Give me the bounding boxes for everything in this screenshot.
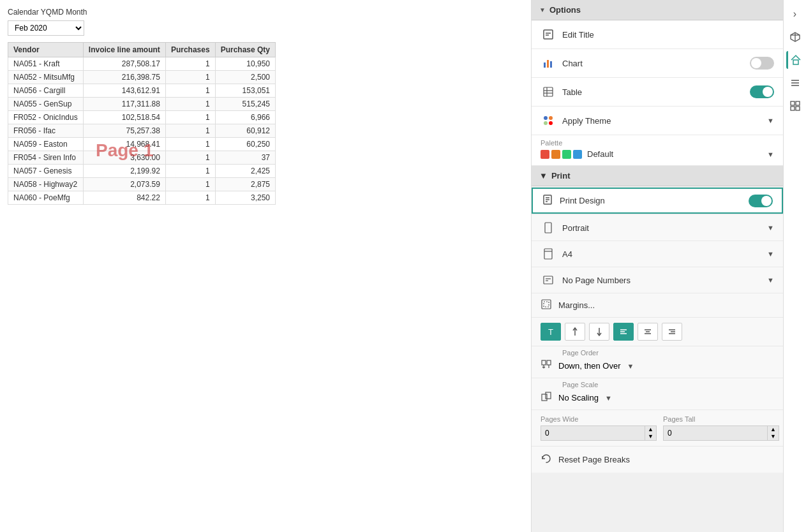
chevron-right-icon[interactable]: › [786, 5, 804, 23]
tool-btn-align-top[interactable] [565, 323, 585, 341]
svg-point-13 [549, 121, 553, 125]
print-design-item[interactable]: Print Design [532, 188, 783, 214]
table-cell: FR056 - Ifac [8, 124, 84, 138]
table-cell: NA052 - MitsuMfg [8, 71, 84, 84]
margins-item[interactable]: Margins... [532, 293, 783, 318]
table-row: NA052 - MitsuMfg216,398.7512,500 [8, 71, 276, 84]
color-swatch-green [562, 150, 571, 159]
page-scale-row[interactable]: No Scaling ▼ [541, 391, 774, 404]
svg-point-12 [544, 121, 548, 125]
table-cell: 37 [215, 151, 275, 165]
table-cell: 75,257.38 [83, 124, 165, 138]
svg-rect-25 [544, 302, 549, 307]
print-header: ▼ Print [532, 166, 783, 186]
col-invoice: Invoice line amount [83, 43, 165, 57]
svg-rect-42 [546, 392, 551, 399]
chart-icon [541, 55, 556, 71]
options-title: Options [549, 5, 581, 15]
page-order-icon [541, 359, 552, 373]
svg-rect-38 [547, 360, 551, 365]
table-cell: NA060 - PoeMfg [8, 191, 84, 205]
svg-point-11 [549, 116, 553, 120]
svg-rect-37 [542, 360, 546, 365]
edit-title-icon [541, 27, 556, 42]
reset-page-breaks-item[interactable]: Reset Page Breaks [532, 447, 783, 473]
chart-toggle[interactable] [750, 57, 774, 70]
svg-rect-6 [544, 87, 553, 96]
table-cell: 216,398.75 [83, 71, 165, 84]
pages-wide-input[interactable] [541, 426, 645, 440]
tool-btn-align-bottom[interactable] [589, 323, 609, 341]
palette-value-label: Default [587, 149, 762, 159]
tool-btn-align-left[interactable] [613, 323, 634, 341]
data-table: Vendor Invoice line amount Purchases Pur… [8, 42, 276, 205]
page-order-row[interactable]: Down, then Over ▼ [541, 359, 774, 373]
table-cell: 10,950 [215, 57, 275, 71]
edit-title-item[interactable]: Edit Title [532, 20, 783, 49]
table-cell: 153,051 [215, 84, 275, 98]
page-scale-section: Page Scale No Scaling ▼ [532, 378, 783, 410]
print-title: Print [551, 171, 571, 181]
palette-row[interactable]: Default ▼ [541, 149, 774, 159]
pages-tall-input[interactable] [664, 426, 767, 440]
no-page-numbers-icon [541, 272, 556, 288]
cube-icon[interactable] [786, 28, 804, 46]
col-vendor: Vendor [8, 43, 84, 57]
list-icon[interactable] [786, 74, 804, 92]
print-design-icon [542, 194, 553, 207]
table-cell: 2,073.59 [83, 178, 165, 191]
table-cell: NA059 - Easton [8, 138, 84, 151]
a4-icon [541, 246, 556, 262]
table-row: NA060 - PoeMfg842.2213,250 [8, 191, 276, 205]
portrait-item[interactable]: Portrait ▼ [532, 215, 783, 241]
margins-icon [541, 299, 552, 312]
table-item[interactable]: Table [532, 78, 783, 107]
table-cell: 287,508.17 [83, 57, 165, 71]
table-cell: 3,250 [215, 191, 275, 205]
print-design-toggle[interactable] [749, 195, 773, 207]
table-cell: 143,612.91 [83, 84, 165, 98]
apply-theme-item[interactable]: Apply Theme ▼ [532, 107, 783, 135]
edit-title-label: Edit Title [562, 30, 774, 40]
tool-btn-align-right[interactable] [662, 323, 682, 341]
table-cell: 1 [165, 57, 215, 71]
pages-tall-up-btn[interactable]: ▲ [768, 426, 779, 433]
table-row: FR056 - Ifac75,257.38160,912 [8, 124, 276, 138]
calendar-label: Calendar YQMD Month [8, 8, 523, 17]
palette-chevron-icon: ▼ [767, 151, 774, 158]
svg-rect-52 [796, 107, 800, 110]
pages-wide-item: Pages Wide ▲ ▼ [541, 415, 657, 441]
tool-btn-align-center[interactable] [638, 323, 658, 341]
table-cell: 842.22 [83, 191, 165, 205]
table-cell: 117,311.88 [83, 98, 165, 111]
svg-rect-41 [542, 394, 547, 401]
margins-label: Margins... [558, 300, 774, 310]
page-scale-icon [541, 391, 552, 404]
month-select[interactable]: Feb 2020 [8, 20, 84, 36]
svg-rect-5 [550, 61, 552, 68]
portrait-icon [541, 220, 556, 235]
svg-rect-49 [791, 101, 795, 105]
table-row: NA057 - Genesis2,199.9212,425 [8, 165, 276, 178]
grid-icon[interactable] [786, 97, 804, 115]
chart-item[interactable]: Chart [532, 49, 783, 78]
table-toggle[interactable] [750, 85, 774, 98]
svg-rect-4 [547, 60, 549, 68]
pages-tall-label: Pages Tall [663, 415, 779, 423]
table-cell: 1 [165, 98, 215, 111]
print-design-label: Print Design [560, 196, 742, 205]
svg-rect-3 [544, 63, 546, 68]
home-icon[interactable] [786, 51, 804, 69]
table-cell: 515,245 [215, 98, 275, 111]
table-cell: NA057 - Genesis [8, 165, 84, 178]
a4-item[interactable]: A4 ▼ [532, 241, 783, 267]
table-row: NA058 - Highway22,073.5912,875 [8, 178, 276, 191]
tool-btn-text[interactable]: T [541, 323, 561, 341]
pages-tall-down-btn[interactable]: ▼ [768, 433, 779, 440]
pages-wide-down-btn[interactable]: ▼ [645, 433, 656, 440]
no-page-numbers-item[interactable]: No Page Numbers ▼ [532, 267, 783, 293]
svg-rect-51 [791, 107, 795, 110]
pages-wide-up-btn[interactable]: ▲ [645, 426, 656, 433]
print-triangle-icon: ▼ [539, 171, 548, 181]
table-row: NA055 - GenSup117,311.881515,245 [8, 98, 276, 111]
